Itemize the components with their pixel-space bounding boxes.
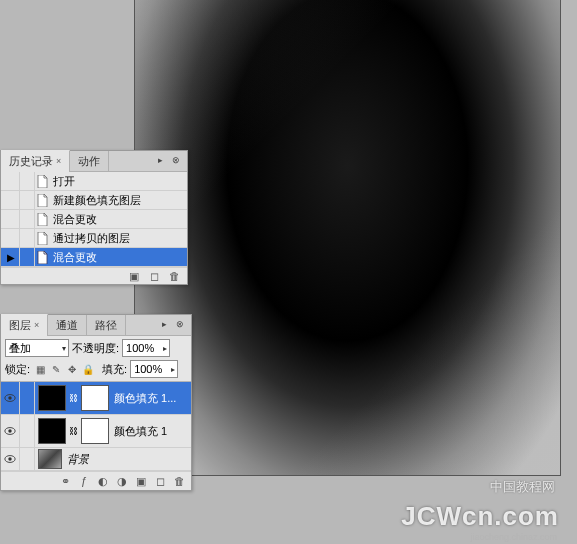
close-icon[interactable]: × bbox=[34, 320, 39, 330]
history-indent bbox=[20, 229, 35, 247]
lock-position-icon[interactable]: ✥ bbox=[65, 362, 79, 376]
link-layers-icon[interactable]: ⚭ bbox=[58, 474, 72, 488]
new-snapshot-icon[interactable]: ◻ bbox=[147, 269, 161, 283]
mask-thumbnail[interactable] bbox=[81, 418, 109, 444]
link-col bbox=[20, 382, 35, 414]
document-icon bbox=[35, 174, 49, 188]
history-row[interactable]: ▶ 混合更改 bbox=[1, 248, 187, 267]
history-current-marker: ▶ bbox=[1, 248, 20, 266]
history-label: 通过拷贝的图层 bbox=[49, 231, 187, 246]
layer-thumbnail[interactable] bbox=[38, 385, 66, 411]
svg-point-1 bbox=[8, 396, 11, 399]
history-list: 打开 新建颜色填充图层 混合更改 通过拷贝的图层 bbox=[1, 172, 187, 267]
history-row[interactable]: 打开 bbox=[1, 172, 187, 191]
new-layer-icon[interactable]: ◻ bbox=[153, 474, 167, 488]
history-indent bbox=[20, 210, 35, 228]
history-row[interactable]: 混合更改 bbox=[1, 210, 187, 229]
history-indent bbox=[20, 191, 35, 209]
link-icon[interactable]: ⛓ bbox=[69, 393, 78, 403]
chevron-right-icon: ▸ bbox=[171, 365, 175, 374]
watermark-cn: 中国教程网 bbox=[490, 478, 555, 496]
link-icon[interactable]: ⛓ bbox=[69, 426, 78, 436]
history-row[interactable]: 新建颜色填充图层 bbox=[1, 191, 187, 210]
history-row[interactable]: 通过拷贝的图层 bbox=[1, 229, 187, 248]
document-icon bbox=[35, 250, 49, 264]
document-icon bbox=[35, 212, 49, 226]
visibility-toggle[interactable] bbox=[1, 415, 20, 447]
layer-thumbnail[interactable] bbox=[38, 418, 66, 444]
fill-label: 填充: bbox=[102, 362, 127, 377]
history-label: 新建颜色填充图层 bbox=[49, 193, 187, 208]
layer-style-icon[interactable]: ƒ bbox=[77, 474, 91, 488]
history-label: 混合更改 bbox=[49, 212, 187, 227]
layers-controls: 叠加 ▾ 不透明度: 100% ▸ 锁定: ▦ ✎ ✥ 🔒 填充: 100% ▸ bbox=[1, 336, 191, 382]
tab-actions-label: 动作 bbox=[78, 154, 100, 169]
opacity-label: 不透明度: bbox=[72, 341, 119, 356]
layer-row[interactable]: 背景 bbox=[1, 448, 191, 471]
document-icon bbox=[35, 231, 49, 245]
layers-footer: ⚭ ƒ ◐ ◑ ▣ ◻ 🗑 bbox=[1, 471, 191, 490]
layer-name[interactable]: 颜色填充 1 bbox=[112, 424, 167, 439]
chevron-down-icon: ▾ bbox=[62, 344, 66, 353]
panel-menu-icon[interactable]: ▸ bbox=[157, 318, 171, 330]
adjustment-layer-icon[interactable]: ◑ bbox=[115, 474, 129, 488]
history-snapshot-cell bbox=[1, 191, 20, 209]
history-snapshot-cell bbox=[1, 172, 20, 190]
tab-channels[interactable]: 通道 bbox=[48, 315, 87, 336]
image-canvas bbox=[135, 0, 560, 475]
visibility-toggle[interactable] bbox=[1, 448, 20, 470]
trash-icon[interactable]: 🗑 bbox=[172, 474, 186, 488]
tab-paths-label: 路径 bbox=[95, 318, 117, 333]
panel-close-icon[interactable]: ⊗ bbox=[173, 318, 187, 330]
history-snapshot-cell bbox=[1, 229, 20, 247]
fill-input[interactable]: 100% ▸ bbox=[130, 360, 178, 378]
chevron-right-icon: ▸ bbox=[163, 344, 167, 353]
layer-thumbnail[interactable] bbox=[38, 449, 62, 469]
opacity-value: 100% bbox=[126, 342, 154, 354]
play-icon: ▶ bbox=[7, 252, 15, 263]
history-panel: 历史记录 × 动作 ▸ ⊗ 打开 新建颜色填充图层 bbox=[0, 150, 188, 285]
history-label: 混合更改 bbox=[49, 250, 187, 265]
lock-transparency-icon[interactable]: ▦ bbox=[33, 362, 47, 376]
tab-layers-label: 图层 bbox=[9, 318, 31, 333]
tab-history[interactable]: 历史记录 × bbox=[1, 150, 70, 172]
panel-close-icon[interactable]: ⊗ bbox=[169, 154, 183, 166]
document-icon bbox=[35, 193, 49, 207]
lock-label: 锁定: bbox=[5, 362, 30, 377]
group-icon[interactable]: ▣ bbox=[134, 474, 148, 488]
tab-history-label: 历史记录 bbox=[9, 154, 53, 169]
history-tabs: 历史记录 × 动作 ▸ ⊗ bbox=[1, 151, 187, 172]
tab-actions[interactable]: 动作 bbox=[70, 151, 109, 172]
layer-row[interactable]: ⛓ 颜色填充 1 bbox=[1, 415, 191, 448]
blend-mode-dropdown[interactable]: 叠加 ▾ bbox=[5, 339, 69, 357]
lock-pixels-icon[interactable]: ✎ bbox=[49, 362, 63, 376]
history-snapshot-cell bbox=[1, 210, 20, 228]
panel-menu-icon[interactable]: ▸ bbox=[153, 154, 167, 166]
layer-row[interactable]: ⛓ 颜色填充 1... bbox=[1, 382, 191, 415]
visibility-toggle[interactable] bbox=[1, 382, 20, 414]
close-icon[interactable]: × bbox=[56, 156, 61, 166]
tab-channels-label: 通道 bbox=[56, 318, 78, 333]
lock-buttons: ▦ ✎ ✥ 🔒 bbox=[33, 362, 95, 376]
new-doc-from-state-icon[interactable]: ▣ bbox=[127, 269, 141, 283]
lock-all-icon[interactable]: 🔒 bbox=[81, 362, 95, 376]
layers-list: ⛓ 颜色填充 1... ⛓ 颜色填充 1 背景 bbox=[1, 382, 191, 471]
tab-paths[interactable]: 路径 bbox=[87, 315, 126, 336]
fill-value: 100% bbox=[134, 363, 162, 375]
layer-mask-icon[interactable]: ◐ bbox=[96, 474, 110, 488]
mask-thumbnail[interactable] bbox=[81, 385, 109, 411]
history-label: 打开 bbox=[49, 174, 187, 189]
tab-layers[interactable]: 图层 × bbox=[1, 314, 48, 336]
layer-name[interactable]: 颜色填充 1... bbox=[112, 391, 176, 406]
blend-mode-value: 叠加 bbox=[9, 341, 31, 356]
layers-tabs: 图层 × 通道 路径 ▸ ⊗ bbox=[1, 315, 191, 336]
opacity-input[interactable]: 100% ▸ bbox=[122, 339, 170, 357]
svg-point-3 bbox=[8, 429, 11, 432]
link-col bbox=[20, 448, 35, 470]
history-footer: ▣ ◻ 🗑 bbox=[1, 267, 187, 284]
link-col bbox=[20, 415, 35, 447]
layer-name[interactable]: 背景 bbox=[65, 452, 89, 467]
trash-icon[interactable]: 🗑 bbox=[167, 269, 181, 283]
history-indent bbox=[20, 172, 35, 190]
svg-point-5 bbox=[8, 457, 11, 460]
